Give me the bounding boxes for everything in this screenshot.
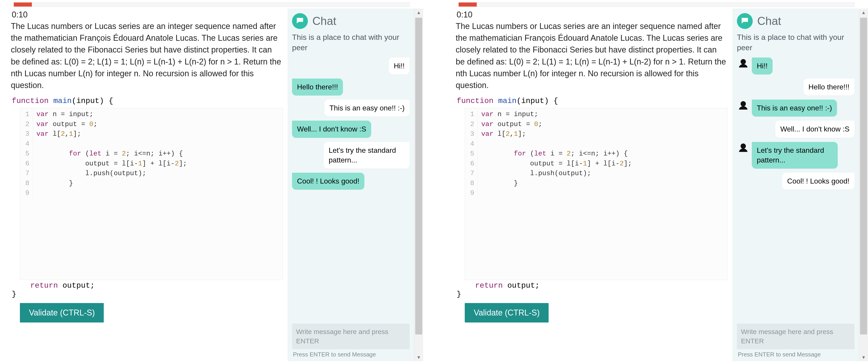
chat-hint: Press ENTER to send Message	[292, 349, 410, 359]
code-text[interactable]: var l[2,1];	[477, 129, 526, 139]
code-text[interactable]: output = l[i-1] + l[i-2];	[33, 159, 187, 169]
app-instance-a: 0:10 The Lucas numbers or Lucas series a…	[0, 0, 423, 363]
chat-bubble: Cool! ! Looks good!	[292, 173, 364, 190]
left-column: 0:10 The Lucas numbers or Lucas series a…	[456, 8, 733, 361]
code-text[interactable]	[33, 188, 36, 198]
scroll-down-icon[interactable]: ▼	[859, 354, 868, 361]
avatar-icon	[737, 142, 749, 155]
line-number: 8	[465, 178, 477, 189]
code-text[interactable]: l.push(output);	[33, 169, 146, 178]
chat-bubble: Let's try the standard pattern...	[752, 142, 838, 169]
function-signature-close: }	[457, 290, 728, 299]
line-number: 4	[20, 139, 33, 149]
function-signature-open: function main(input) {	[12, 96, 283, 105]
chat-header: Chat	[292, 13, 410, 29]
code-text[interactable]	[477, 139, 481, 149]
progress-bar	[13, 2, 410, 7]
validate-button[interactable]: Validate (CTRL-S)	[20, 303, 104, 323]
code-line[interactable]: 5 for (let i = 2; i<=n; i++) {	[20, 149, 283, 159]
code-text[interactable]: for (let i = 2; i<=n; i++) {	[477, 149, 628, 159]
code-text[interactable]: }	[33, 178, 73, 189]
function-return-line: return output;	[12, 281, 283, 290]
code-text[interactable]	[477, 188, 481, 198]
scroll-thumb[interactable]	[860, 18, 867, 334]
code-line[interactable]: 8 }	[20, 178, 283, 189]
code-text[interactable]: var l[2,1];	[33, 129, 81, 139]
function-signature-close: }	[12, 290, 283, 299]
chat-message-mine: Let's try the standard pattern...	[737, 142, 855, 169]
code-line[interactable]: 5 for (let i = 2; i<=n; i++) {	[465, 149, 727, 159]
main-row: 0:10 The Lucas numbers or Lucas series a…	[445, 7, 868, 363]
chat-bubble: Cool! ! Looks good!	[782, 173, 855, 190]
code-line[interactable]: 6 output = l[i-1] + l[i-2];	[20, 159, 283, 169]
code-line[interactable]: 3var l[2,1];	[465, 129, 727, 139]
code-line[interactable]: 7 l.push(output);	[465, 169, 727, 178]
line-number: 8	[20, 178, 33, 189]
progress-bar	[458, 2, 855, 7]
code-text[interactable]: var output = 0;	[477, 119, 542, 130]
chat-bubble: Hello there!!!	[292, 79, 343, 95]
code-line[interactable]: 7 l.push(output);	[20, 169, 283, 178]
line-number: 1	[20, 110, 33, 119]
progress-fill	[459, 2, 477, 6]
vertical-scrollbar[interactable]: ▲ ▼	[859, 8, 868, 361]
line-number: 5	[465, 149, 477, 159]
chat-panel: Chat This is a place to chat with your p…	[733, 8, 859, 361]
line-number: 6	[465, 159, 477, 169]
avatar-icon	[737, 57, 749, 70]
chat-message-peer: This is an easy one!! :-)	[292, 100, 410, 116]
chat-title: Chat	[312, 15, 336, 28]
chat-message-peer: Let's try the standard pattern...	[292, 142, 410, 169]
main-row: 0:10 The Lucas numbers or Lucas series a…	[0, 7, 423, 363]
code-text[interactable]: output = l[i-1] + l[i-2];	[477, 159, 632, 169]
vertical-scrollbar[interactable]: ▲ ▼	[414, 8, 423, 361]
code-line[interactable]: 2var output = 0;	[465, 119, 727, 130]
code-line[interactable]: 6 output = l[i-1] + l[i-2];	[465, 159, 727, 169]
code-line[interactable]: 4	[465, 139, 727, 149]
scroll-up-icon[interactable]: ▲	[414, 8, 423, 16]
chat-subtitle: This is a place to chat with your peer	[292, 32, 410, 53]
code-text[interactable]: var output = 0;	[33, 119, 97, 130]
code-line[interactable]: 8 }	[465, 178, 727, 189]
code-text[interactable]: var n = input;	[477, 110, 538, 119]
code-editor[interactable]: 1var n = input;2var output = 0;3var l[2,…	[20, 108, 283, 280]
code-editor[interactable]: 1var n = input;2var output = 0;3var l[2,…	[465, 108, 728, 280]
code-line[interactable]: 1var n = input;	[20, 110, 283, 119]
code-line[interactable]: 1var n = input;	[465, 110, 727, 119]
chat-input[interactable]: Write message here and press ENTER	[737, 324, 855, 349]
scroll-down-icon[interactable]: ▼	[414, 354, 423, 361]
code-text[interactable]: var n = input;	[33, 110, 93, 119]
code-text[interactable]: for (let i = 2; i<=n; i++) {	[33, 149, 183, 159]
chat-icon	[737, 13, 753, 29]
line-number: 5	[20, 149, 33, 159]
code-line[interactable]: 3var l[2,1];	[20, 129, 283, 139]
scroll-thumb[interactable]	[415, 18, 422, 334]
chat-message-mine: Cool! ! Looks good!	[292, 173, 410, 190]
code-line[interactable]: 9	[465, 188, 727, 198]
line-number: 7	[465, 169, 477, 178]
line-number: 2	[20, 119, 33, 130]
line-number: 9	[465, 188, 477, 198]
chat-message-mine: Well... I don't know :S	[292, 121, 410, 138]
scroll-up-icon[interactable]: ▲	[859, 8, 868, 16]
app-instance-b: 0:10 The Lucas numbers or Lucas series a…	[445, 0, 868, 363]
code-line[interactable]: 2var output = 0;	[20, 119, 283, 130]
chat-bubble: This is an easy one!! :-)	[324, 100, 410, 116]
validate-button[interactable]: Validate (CTRL-S)	[465, 303, 549, 323]
avatar-icon	[737, 100, 749, 112]
chat-header: Chat	[737, 13, 855, 29]
code-line[interactable]: 9	[20, 188, 283, 198]
code-text[interactable]	[33, 139, 36, 149]
code-text[interactable]: }	[477, 178, 518, 189]
chat-bubble: Hello there!!!	[804, 79, 855, 95]
code-text[interactable]: l.push(output);	[477, 169, 591, 178]
problem-prompt: The Lucas numbers or Lucas series are an…	[11, 20, 283, 91]
chat-input[interactable]: Write message here and press ENTER	[292, 324, 410, 349]
line-number: 4	[465, 139, 477, 149]
chat-icon	[292, 13, 308, 29]
chat-bubble: Hi!!	[752, 57, 773, 75]
line-number: 2	[465, 119, 477, 130]
code-line[interactable]: 4	[20, 139, 283, 149]
chat-bubble: Hi!!	[389, 57, 410, 75]
chat-bubble: Well... I don't know :S	[292, 121, 371, 138]
